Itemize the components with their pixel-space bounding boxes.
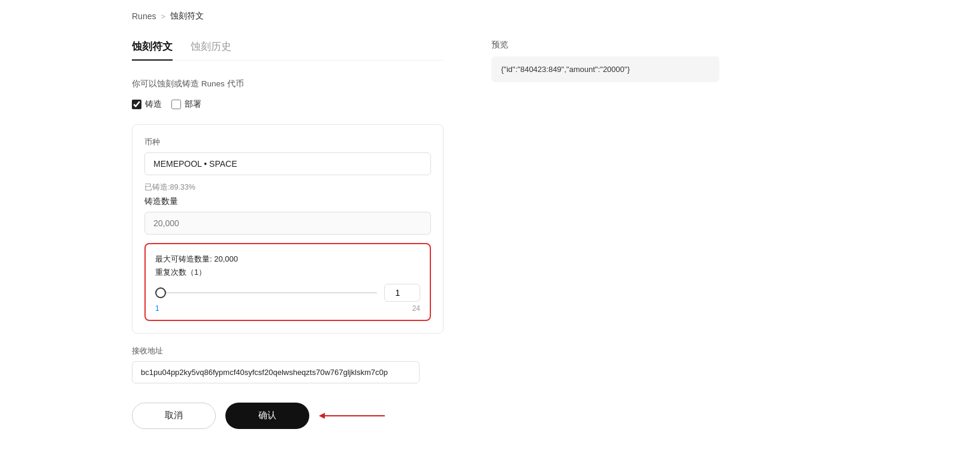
preview-label: 预览 — [491, 40, 719, 50]
repeat-slider[interactable] — [155, 292, 377, 293]
form-section: 币种 已铸造:89.33% 铸造数量 最大可铸造数量: 20,000 重复次数（… — [132, 124, 444, 334]
checkbox-mint[interactable]: 铸造 — [132, 99, 162, 110]
cancel-button[interactable]: 取消 — [132, 403, 216, 429]
right-panel: 预览 {"id":"840423:849","amount":"20000"} — [491, 40, 719, 429]
mint-label: 铸造 — [145, 99, 162, 110]
mint-checkbox[interactable] — [132, 100, 141, 109]
breadcrumb-current: 蚀刻符文 — [170, 11, 204, 22]
currency-input[interactable] — [144, 152, 431, 175]
left-panel: 蚀刻符文 蚀刻历史 你可以蚀刻或铸造 Runes 代币 铸造 部署 币种 — [132, 40, 444, 429]
slider-row — [155, 284, 420, 302]
slider-max-label: 24 — [412, 304, 420, 313]
description-text: 你可以蚀刻或铸造 Runes 代币 — [132, 79, 444, 89]
repeat-label: 重复次数（1） — [155, 267, 420, 278]
tab-etch[interactable]: 蚀刻符文 — [132, 40, 173, 61]
currency-label: 币种 — [144, 137, 431, 148]
slider-min-label: 1 — [155, 304, 159, 313]
svg-marker-1 — [319, 413, 325, 419]
breadcrumb-separator: > — [161, 12, 165, 21]
slider-ticks: 1 24 — [155, 304, 420, 313]
breadcrumb-parent[interactable]: Runes — [132, 11, 156, 21]
minted-info: 已铸造:89.33% — [144, 182, 431, 193]
confirm-button[interactable]: 确认 — [225, 403, 309, 429]
tab-history[interactable]: 蚀刻历史 — [191, 40, 231, 61]
tab-bar: 蚀刻符文 蚀刻历史 — [132, 40, 444, 61]
arrow-annotation — [319, 407, 391, 425]
repeat-number-input[interactable] — [384, 284, 420, 302]
address-label: 接收地址 — [132, 346, 444, 356]
repeat-section: 最大可铸造数量: 20,000 重复次数（1） 1 24 — [144, 243, 431, 321]
mint-qty-label: 铸造数量 — [144, 196, 431, 207]
mint-qty-input[interactable] — [144, 212, 431, 235]
breadcrumb: Runes > 蚀刻符文 — [0, 0, 980, 22]
max-mint-info: 最大可铸造数量: 20,000 — [155, 254, 420, 265]
checkbox-group: 铸造 部署 — [132, 99, 444, 110]
address-section: 接收地址 — [132, 346, 444, 383]
checkbox-deploy[interactable]: 部署 — [171, 99, 201, 110]
deploy-label: 部署 — [185, 99, 201, 110]
address-input[interactable] — [132, 361, 420, 383]
action-buttons: 取消 确认 — [132, 403, 444, 429]
deploy-checkbox[interactable] — [171, 100, 181, 109]
preview-box: {"id":"840423:849","amount":"20000"} — [491, 56, 719, 82]
